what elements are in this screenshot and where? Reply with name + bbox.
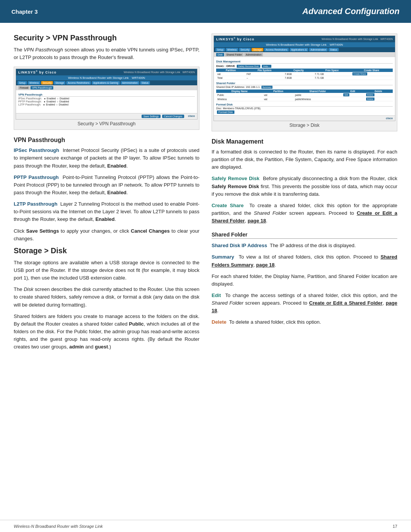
ipsec-radio: ● Enabled ○ Disabled — [44, 97, 69, 100]
storage-screenshot-box: LINKSYS® by Cisco Wireless N Broadband R… — [212, 34, 397, 131]
l2tp-paragraph: L2TP Passthrough Layer 2 Tunneling Proto… — [14, 200, 199, 223]
ipsec-term: IPSec Passthrough — [14, 147, 59, 153]
disk-management-text: Disk Management If a formatted disk is c… — [212, 138, 397, 326]
right-column: LINKSYS® by Cisco Wireless N Broadband R… — [212, 34, 397, 355]
storage-nav-admin: Administration — [309, 48, 328, 51]
help-btn[interactable]: Help... — [262, 65, 271, 68]
save-settings-button[interactable]: Save Settings — [142, 115, 161, 118]
disk1-label: Disk1 : DRIVE Safely Remove Disk Help... — [216, 64, 393, 68]
nav-setup: Setup — [18, 81, 27, 85]
shared-row-public: Public vat public Edit Delete — [216, 93, 393, 97]
disk-total-label: Total — [216, 76, 245, 80]
save-note: Click Save Settings to apply your change… — [14, 227, 199, 243]
shared-col-name: Display Name — [216, 89, 263, 93]
col-capacity: Capacity — [284, 69, 314, 72]
storage-ui-footer: cisco — [214, 115, 395, 121]
shared-col-edit: Edit — [341, 89, 364, 93]
shared-row2-partition: vat — [263, 97, 294, 101]
disk-total-create — [350, 76, 393, 80]
safely-remove-term: Safely Remove Disk — [212, 176, 260, 181]
edit-public-btn[interactable]: Edit — [343, 93, 349, 96]
safely-remove-para: Safely Remove Disk Before physically dis… — [212, 175, 397, 198]
ipsec-enabled-circle: ● — [44, 97, 46, 100]
shared-col-partition: Partition — [263, 89, 294, 93]
nav-status: Status — [140, 81, 150, 85]
format-disk-button[interactable]: Format Disk — [217, 110, 234, 114]
left-column: Security > VPN Passthrough The VPN Passt… — [14, 34, 199, 355]
cancel-changes-button[interactable]: Cancel Changes — [162, 115, 184, 118]
disk-mgmt-label: Disk Management — [216, 60, 393, 64]
col-partition: Partition — [216, 69, 245, 72]
storage-model: Wireless N Broadband Router with Storage… — [322, 38, 393, 40]
storage-nav-security: Security — [239, 48, 251, 51]
ipsec-enabled-label: Enabled — [47, 97, 56, 100]
delete-term: Delete — [212, 319, 226, 325]
l2tp-enabled-circle: ● — [43, 103, 45, 106]
pptp-row: PPTP Passthrough: ● Enabled ○ Disabled — [18, 100, 195, 103]
pptp-enabled-label: Enabled — [46, 100, 56, 103]
shared-row2-edit — [341, 97, 364, 101]
security-screenshot-box: LINKSYS® by Cisco Wireless N Broadband R… — [14, 67, 199, 130]
l2tp-enabled-label: Enabled — [46, 103, 55, 106]
security-vpn-intro: The VPN Passthrough screen allows you to… — [14, 46, 199, 61]
storage-nav: Setup Wireless Security Storage Access R… — [214, 47, 395, 52]
summary-term: Summary — [212, 254, 234, 260]
router-ui-subtitle: Wireless N Broadband Router with Storage… — [16, 75, 197, 80]
edit-create-link: Create or Edit a Shared Folder — [309, 300, 382, 306]
disk-row1-freespace: 7.71 GB — [314, 72, 350, 76]
l2tp-label: L2TP Passthrough: — [18, 103, 41, 106]
storage-nav-setup: Setup — [215, 48, 225, 51]
vpn-section-label: VPN Passthrough — [18, 93, 195, 97]
edit-term: Edit — [212, 292, 221, 298]
safely-remove-btn[interactable]: Safely Remove Disk — [237, 65, 260, 68]
ipsec-disabled-circle: ○ — [57, 97, 59, 100]
storage-screenshot-caption: Storage > Disk — [289, 123, 319, 128]
disk-mgmt-intro: If a formatted disk is connected to the … — [212, 148, 397, 171]
security-router-ui: LINKSYS® by Cisco Wireless N Broadband R… — [16, 69, 198, 120]
page18-link-1: page 18 — [248, 218, 266, 224]
nav-security: Security — [41, 81, 53, 85]
shared-disk-ip-term: Shared Disk IP Address — [212, 243, 267, 248]
ipsec-row: IPSec Passthrough: ● Enabled ○ Disabled — [18, 97, 195, 100]
sub-nav-vpn: VPN Passthrough — [30, 86, 53, 89]
vpn-subsection-title: VPN Passthrough — [14, 137, 199, 144]
create-share-btn[interactable]: Create Share — [352, 72, 367, 75]
summary-btn[interactable]: Summary — [261, 86, 273, 89]
router-model: Wireless N Broadband Router with Storage… — [124, 71, 195, 73]
disk-total-free: 7.71 GB — [314, 76, 350, 80]
ipsec-paragraph: IPSec Passthrough Internet Protocol Secu… — [14, 147, 199, 169]
security-vpn-section: Security > VPN Passthrough The VPN Passt… — [14, 34, 199, 243]
delete-public-btn[interactable]: Delete — [366, 93, 374, 96]
summary-para: Summary To view a list of shared folders… — [212, 253, 397, 268]
router-sub-nav: Firewall VPN Passthrough — [16, 85, 197, 90]
storage-intro3: Shared folders are folders you create to… — [14, 313, 199, 351]
page-title: Advanced Configuration — [303, 6, 400, 16]
storage-ui-body: Disk Management Disk1 : DRIVE Safely Rem… — [214, 57, 395, 115]
col-filesystem: File System — [245, 69, 284, 72]
storage-linksys-logo: LINKSYS® by Cisco — [216, 37, 254, 41]
pptp-term: PPTP Passthrough — [14, 174, 59, 180]
format-disk-section-label: Format Disk — [216, 103, 393, 107]
disk-mgmt-heading: Disk Management — [212, 138, 397, 145]
footer-product: Wireless-N Broadband Router with Storage… — [14, 524, 103, 529]
shared-folder-heading: Shared Folder — [212, 232, 397, 239]
pptp-label: PPTP Passthrough: — [18, 100, 41, 103]
page18-link-2: page 18 — [256, 262, 274, 268]
cisco-footer-logo: cisco — [188, 115, 195, 118]
storage-router-ui: LINKSYS® by Cisco Wireless N Broadband R… — [213, 35, 395, 121]
disk-row1-create-share: Create Share — [350, 72, 393, 76]
shared-row-wireless: Wireless vat publicWireless Delete — [216, 97, 393, 101]
disk-row1-partition: vat — [216, 72, 245, 76]
edit-para: Edit To change the access settings of a … — [212, 292, 397, 315]
storage-nav-wireless: Wireless — [226, 48, 238, 51]
delete-wireless-btn[interactable]: Delete — [366, 97, 374, 101]
create-share-link: Create or Edit a Shared Folder — [212, 210, 397, 224]
pptp-enabled-circle: ● — [44, 100, 45, 103]
nav-access: Access Restrictions — [66, 81, 91, 85]
pptp-disabled-label: Disabled — [59, 100, 69, 103]
chapter-label: Chapter 3 — [11, 8, 38, 15]
storage-disk-title: Storage > Disk — [14, 246, 199, 255]
shared-row2-name: Wireless — [216, 97, 263, 101]
l2tp-radio: ● Enabled ○ Disabled — [43, 103, 68, 106]
router-ui-header: LINKSYS® by Cisco Wireless N Broadband R… — [16, 69, 197, 75]
